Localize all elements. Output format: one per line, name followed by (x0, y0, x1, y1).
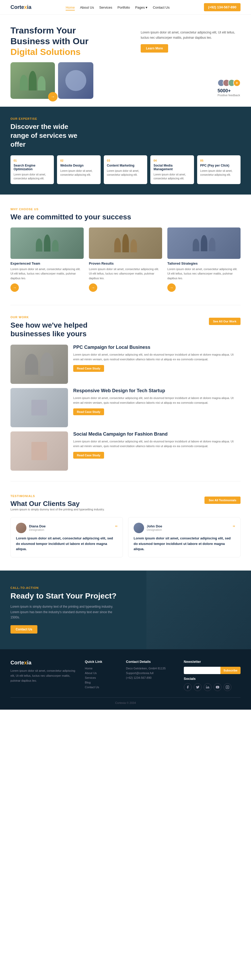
service-num-4: 04 (154, 159, 191, 162)
services-section: Our Expertise Discover the wide range of… (0, 107, 251, 194)
service-desc-2: Lorem ipsum dolor sit amet, consectetur … (60, 169, 97, 177)
test-desig-1: Designation (29, 528, 46, 531)
why-section: Why Choose Us We are committed to your s… (0, 194, 251, 305)
work-desc-3: Lorem ipsum dolor sit amet, consectetur … (73, 439, 240, 449)
work-thumb-2 (11, 388, 68, 427)
service-card-3: 03 Content Marketing Lorem ipsum dolor s… (104, 155, 147, 184)
service-num-5: 05 (200, 159, 237, 162)
hero-cta-button[interactable]: Learn More (141, 44, 168, 52)
cta-tag: Call-to-Action (11, 586, 136, 589)
why-arrow-2[interactable]: → (89, 283, 97, 292)
service-card-2: 02 Website Design Lorem ipsum dolor sit … (57, 155, 100, 184)
navbar: Cortexia Home About Us Services Portfoli… (0, 0, 251, 14)
nav-contact[interactable]: Contact Us (153, 5, 170, 10)
see-all-work-button[interactable]: See All Our Work (209, 318, 240, 325)
why-title-2: Proven Results (89, 261, 162, 266)
service-title-4: Social Media Management (154, 164, 191, 171)
test-text-1: Lorem ipsum dolor sit amet, consectetur … (16, 536, 118, 552)
service-card-5: 05 PPC (Pay per Click) Lorem ipsum dolor… (197, 155, 240, 184)
hero-image-2 (58, 62, 93, 99)
test-avatar-1 (16, 523, 26, 533)
service-title-5: PPC (Pay per Click) (200, 164, 237, 167)
footer-link-home[interactable]: Home (85, 667, 118, 670)
footer-link-contact[interactable]: Contact Us (85, 686, 118, 689)
nav-services[interactable]: Services (99, 5, 112, 10)
services-title: Discover the wide range of services we o… (11, 123, 240, 149)
work-tag: Our Work (11, 316, 87, 319)
test-tag: Testimonials (11, 495, 105, 498)
footer-link-services[interactable]: Services (85, 676, 118, 679)
newsletter-input[interactable] (184, 667, 221, 674)
work-desc-1: Lorem ipsum dolor sit amet, consectetur … (73, 352, 240, 362)
test-title: What Our Clients Say (11, 500, 105, 508)
newsletter-button[interactable]: Subscribe (221, 667, 240, 674)
twitter-icon[interactable] (194, 683, 202, 691)
work-section: Our Work See how we've helped businesses… (0, 305, 251, 481)
footer-grid: Cortexia Lorem ipsum dolor sit amet, con… (11, 660, 240, 691)
work-content-3: Social Media Campaign for Fashion Brand … (73, 431, 240, 459)
youtube-icon[interactable] (214, 683, 221, 691)
cta-button[interactable]: Contact Us (11, 625, 37, 633)
footer-link-blog[interactable]: Blog (85, 681, 118, 684)
why-arrow-1[interactable]: → (11, 283, 19, 292)
nav-phone[interactable]: (+92) 134-567-890 (204, 3, 240, 11)
work-cta-1[interactable]: Read Case Study (73, 365, 104, 372)
work-item-3: Social Media Campaign for Fashion Brand … (11, 431, 240, 471)
nav-pages[interactable]: Pages ▾ (135, 5, 148, 10)
test-grid: Diana Doe Designation " Lorem ipsum dolo… (11, 517, 240, 557)
hero-text: Transform Your Business with Our Digital… (11, 25, 130, 57)
work-desc-2: Lorem ipsum dolor sit amet, consectetur … (73, 396, 240, 405)
test-header: Testimonials What Our Clients Say Lorem … (11, 495, 240, 511)
work-cta-3[interactable]: Read Case Study (73, 452, 104, 459)
service-card-1: 01 Search Engine Optimization Lorem ipsu… (11, 155, 54, 184)
instagram-icon[interactable] (224, 683, 231, 691)
nav-about[interactable]: About Us (80, 5, 94, 10)
footer-phone: (+62) 1234-567-890 (126, 676, 176, 679)
work-title: See how we've helped businesses like you… (11, 321, 87, 338)
why-desc-1: Lorem ipsum dolor sit amet, consectetur … (11, 267, 84, 281)
test-text-2: Lorem ipsum dolor sit amet, consectetur … (133, 536, 235, 552)
service-title-3: Content Marketing (107, 164, 144, 167)
see-all-testimonials-button[interactable]: See All Testimonials (205, 496, 240, 504)
service-desc-3: Lorem ipsum dolor sit amet, consectetur … (107, 169, 144, 177)
cta-section: Call-to-Action Ready to Start Your Proje… (0, 571, 251, 649)
footer: Cortexia Lorem ipsum dolor sit amet, con… (0, 649, 251, 710)
work-thumb-1 (11, 345, 68, 384)
service-num-1: 01 (14, 159, 51, 162)
linkedin-icon[interactable] (204, 683, 211, 691)
work-list: PPC Campaign for Local Business Lorem ip… (11, 345, 240, 471)
footer-newsletter-title: Newsletter (184, 660, 240, 663)
test-avatar-2 (133, 523, 144, 533)
nav-links: Home About Us Services Portfolio Pages ▾… (66, 5, 170, 10)
work-item-1: PPC Campaign for Local Business Lorem ip… (11, 345, 240, 384)
footer-contact-title: Contact Details (126, 660, 176, 663)
hero-stats: + 5000+ Positive feedback (218, 79, 240, 99)
hero-section: Transform Your Business with Our Digital… (0, 14, 251, 60)
work-title-3: Social Media Campaign for Fashion Brand (73, 431, 240, 437)
footer-link-list: Home About Us Services Blog Contact Us (85, 667, 118, 689)
work-cta-2[interactable]: Read Case Study (73, 409, 104, 415)
cta-bg (146, 571, 251, 649)
test-desig-2: Designation (147, 528, 162, 531)
service-desc-1: Lorem ipsum dolor sit amet, consectetur … (14, 173, 51, 180)
footer-contact: Contact Details Deco Getränken, GmbH 811… (126, 660, 176, 691)
why-image-1 (11, 228, 84, 259)
test-name-2: John Doe (147, 524, 162, 528)
service-title-2: Website Design (60, 164, 97, 167)
hero-arrow-1: → (48, 92, 57, 102)
why-arrow-3[interactable]: → (167, 283, 176, 292)
why-desc-2: Lorem ipsum dolor sit amet, consectetur … (89, 267, 162, 281)
cta-title: Ready to Start Your Project? (11, 592, 136, 600)
footer-quick-link-title: Quick Link (85, 660, 118, 663)
cta-desc: Lorem ipsum is simply dummy text of the … (11, 604, 115, 620)
avatars: + (218, 79, 240, 86)
stats-label: Positive feedback (218, 94, 240, 97)
facebook-icon[interactable] (184, 683, 192, 691)
quote-icon-2: " (233, 524, 235, 531)
nav-portfolio[interactable]: Portfolio (118, 5, 130, 10)
why-image-2 (89, 228, 162, 259)
nav-home[interactable]: Home (66, 5, 75, 10)
why-card-3: Tailored Strategies Lorem ipsum dolor si… (167, 228, 240, 292)
avatar-plus: + (233, 79, 240, 86)
footer-link-about[interactable]: About Us (85, 671, 118, 675)
